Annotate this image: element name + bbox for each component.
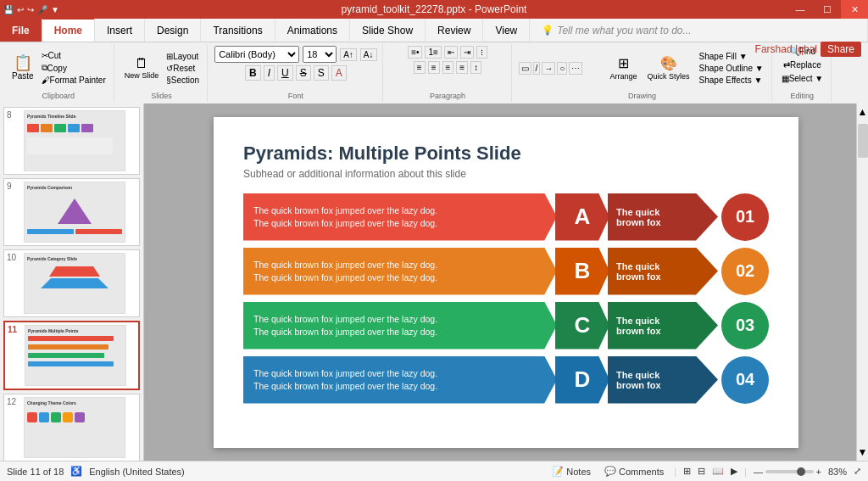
- shape-arrow[interactable]: →: [542, 62, 555, 75]
- close-button[interactable]: ✕: [841, 0, 868, 19]
- bold-button[interactable]: B: [245, 65, 261, 81]
- accessibility-icon[interactable]: ♿: [70, 466, 82, 477]
- zoom-thumb[interactable]: [797, 467, 805, 476]
- undo-icon[interactable]: ↩: [17, 5, 24, 14]
- font-color-button[interactable]: A: [331, 65, 347, 81]
- section-button[interactable]: § Section: [164, 75, 202, 86]
- font-size-select[interactable]: 18: [303, 46, 337, 63]
- layout-button[interactable]: ⊞ Layout: [164, 51, 202, 62]
- zoom-out-button[interactable]: —: [754, 467, 763, 477]
- mic-icon[interactable]: 🎤: [37, 5, 47, 14]
- zoom-level[interactable]: 83%: [828, 467, 847, 477]
- strikethrough-button[interactable]: S: [296, 65, 311, 81]
- row-c-desc: The quickbrown fox: [608, 302, 718, 350]
- redo-icon[interactable]: ↪: [27, 5, 34, 14]
- shape-rect[interactable]: ▭: [519, 62, 531, 75]
- shape-line[interactable]: /: [533, 62, 541, 75]
- scroll-down-button[interactable]: ▼: [855, 444, 868, 461]
- tab-view[interactable]: View: [483, 19, 530, 42]
- shape-outline-button[interactable]: Shape Outline ▼: [697, 63, 766, 74]
- new-slide-icon: 🗒: [135, 57, 148, 70]
- slide-thumb-8[interactable]: 8 Pyramids Timeline Slide: [3, 107, 140, 175]
- minimize-button[interactable]: —: [787, 0, 814, 19]
- tab-slideshow[interactable]: Slide Show: [350, 19, 426, 42]
- row-c-text: The quick brown fox jumped over the lazy…: [243, 302, 557, 350]
- slide-thumbnail-8: Pyramids Timeline Slide: [24, 110, 125, 171]
- canvas-area[interactable]: Pyramids: Multiple Points Slide Subhead …: [144, 103, 868, 461]
- notes-button[interactable]: 📝 Notes: [548, 465, 594, 478]
- slide-thumb-11[interactable]: 11 Pyramids Multiple Points: [3, 321, 140, 390]
- row-a-letter: A: [555, 193, 609, 241]
- shape-oval[interactable]: ○: [557, 62, 567, 75]
- customize-icon[interactable]: ▼: [51, 5, 59, 14]
- format-painter-button[interactable]: 🖌 Format Painter: [39, 75, 108, 86]
- tab-transitions[interactable]: Transitions: [201, 19, 275, 42]
- new-slide-button[interactable]: 🗒 New Slide: [121, 55, 163, 81]
- tab-review[interactable]: Review: [426, 19, 483, 42]
- copy-button[interactable]: ⧉ Copy: [39, 62, 108, 74]
- numbering-button[interactable]: 1≡: [425, 46, 441, 59]
- tab-insert[interactable]: Insert: [95, 19, 145, 42]
- fit-slide-button[interactable]: ⤢: [854, 466, 861, 477]
- slide-thumbnail-9: Pyramids Comparison: [24, 182, 125, 243]
- slide-thumbnail-11: Pyramids Multiple Points: [25, 325, 126, 386]
- slide-thumbnail-12: Changing Theme Colors: [24, 397, 125, 458]
- tab-animations[interactable]: Animations: [275, 19, 350, 42]
- slide-sorter-button[interactable]: ⊟: [698, 466, 705, 477]
- font-family-select[interactable]: Calibri (Body): [214, 46, 299, 63]
- columns-button[interactable]: ⫶: [476, 46, 487, 59]
- ribbon-group-clipboard: 📋 Paste ✂ Cut ⧉ Copy 🖌 Format Painter Cl…: [3, 44, 114, 102]
- slide-thumb-9[interactable]: 9 Pyramids Comparison: [3, 178, 140, 246]
- divider: |: [674, 467, 676, 477]
- quick-styles-button[interactable]: 🎨 Quick Styles: [644, 53, 693, 82]
- increase-indent-button[interactable]: ⇥: [460, 46, 474, 59]
- window-controls[interactable]: — ☐ ✕: [787, 0, 868, 19]
- user-name[interactable]: Farshad Iqbal: [755, 43, 817, 55]
- pyramid-row-b: The quick brown fox jumped over the lazy…: [243, 248, 769, 295]
- zoom-slider[interactable]: — +: [754, 467, 821, 477]
- quick-access-toolbar[interactable]: 💾 ↩ ↪ 🎤 ▼: [3, 5, 59, 14]
- main-area: 8 Pyramids Timeline Slide 9: [0, 103, 868, 461]
- slide-info: Slide 11 of 18: [7, 467, 64, 477]
- italic-button[interactable]: I: [264, 65, 275, 81]
- shape-more[interactable]: ⋯: [569, 62, 582, 75]
- arrange-button[interactable]: ⊞ Arrange: [607, 53, 641, 82]
- tab-home[interactable]: Home: [42, 18, 95, 42]
- share-button[interactable]: Share: [821, 42, 861, 57]
- increase-font-button[interactable]: A↑: [340, 48, 357, 61]
- align-left-button[interactable]: ≡: [414, 61, 426, 74]
- maximize-button[interactable]: ☐: [814, 0, 841, 19]
- align-center-button[interactable]: ≡: [428, 61, 440, 74]
- ribbon-group-slides: 🗒 New Slide ⊞ Layout ↺ Reset § Section S…: [116, 44, 208, 102]
- slide-thumb-10[interactable]: 10 Pyramids Category Slide: [3, 249, 140, 317]
- row-d-letter: D: [555, 356, 609, 404]
- scroll-thumb[interactable]: [858, 124, 868, 158]
- scroll-up-button[interactable]: ▲: [855, 103, 868, 120]
- save-icon[interactable]: 💾: [3, 5, 14, 14]
- vertical-scrollbar[interactable]: ▲ ▼: [856, 103, 868, 461]
- tab-design[interactable]: Design: [145, 19, 201, 42]
- zoom-in-button[interactable]: +: [816, 467, 821, 477]
- shadow-button[interactable]: S: [314, 65, 329, 81]
- tab-file[interactable]: File: [0, 19, 42, 42]
- decrease-indent-button[interactable]: ⇤: [444, 46, 458, 59]
- paste-button[interactable]: 📋 Paste: [8, 53, 37, 82]
- underline-button[interactable]: U: [277, 65, 293, 81]
- normal-view-button[interactable]: ⊞: [683, 466, 691, 477]
- paste-icon: 📋: [14, 55, 32, 70]
- shape-effects-button[interactable]: Shape Effects ▼: [697, 75, 766, 86]
- reading-view-button[interactable]: 📖: [712, 466, 724, 477]
- justify-button[interactable]: ≡: [456, 61, 468, 74]
- ribbon-group-font: Calibri (Body) 18 A↑ A↓ B I U S S A: [209, 44, 382, 102]
- cut-button[interactable]: ✂ Cut: [39, 50, 108, 61]
- align-right-button[interactable]: ≡: [442, 61, 454, 74]
- window-title: pyramid_toolkit_22278.pptx - PowerPoint: [342, 3, 527, 15]
- slideshow-button[interactable]: ▶: [731, 466, 737, 477]
- slide-thumb-12[interactable]: 12 Changing Theme Colors: [3, 394, 140, 461]
- select-button[interactable]: ▦ Select ▼: [779, 73, 826, 84]
- line-spacing-button[interactable]: ↕: [470, 61, 481, 74]
- comments-button[interactable]: 💬 Comments: [601, 465, 667, 478]
- bullets-button[interactable]: ≡•: [408, 46, 422, 59]
- decrease-font-button[interactable]: A↓: [360, 48, 377, 61]
- reset-button[interactable]: ↺ Reset: [164, 63, 202, 74]
